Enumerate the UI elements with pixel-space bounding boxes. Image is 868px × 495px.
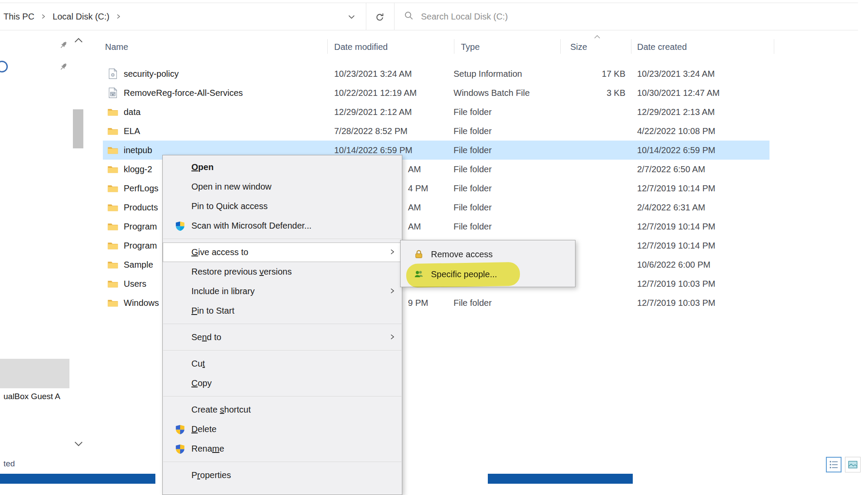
chevron-right-icon (389, 286, 396, 296)
column-header-type[interactable]: Type (461, 42, 480, 52)
menu-item-label: Restore previous versions (191, 267, 292, 277)
file-date-modified: 7/28/2022 8:52 PM (329, 126, 454, 136)
file-name: klogg-2 (124, 164, 152, 174)
file-type: File folder (454, 164, 560, 174)
context-menu-item-properties[interactable]: Properties (163, 465, 402, 485)
context-menu-item-open-in-new-window[interactable]: Open in new window (163, 177, 402, 197)
setup-file-icon (107, 68, 118, 79)
column-header-date-created[interactable]: Date created (637, 42, 687, 52)
search-icon (404, 10, 414, 23)
column-divider[interactable] (327, 39, 328, 54)
pin-icon[interactable] (58, 62, 69, 74)
file-row[interactable]: security-policy10/23/2021 3:24 AMSetup I… (103, 64, 769, 83)
uac-shield-icon (175, 424, 185, 435)
divider (394, 3, 395, 30)
address-dropdown-chevron-icon[interactable] (347, 13, 356, 21)
menu-separator (163, 462, 401, 462)
context-menu-item-cut[interactable]: Cut (163, 354, 402, 374)
menu-item-label: Pin to Start (191, 306, 234, 316)
file-date-created: 2/4/2022 6:31 AM (631, 203, 769, 213)
search-input[interactable] (421, 12, 812, 22)
column-divider[interactable] (774, 39, 774, 54)
defender-shield-icon (175, 221, 185, 231)
menu-separator (163, 396, 401, 397)
search-box (404, 3, 855, 30)
file-date-created: 10/14/2022 6:59 PM (631, 145, 769, 155)
file-row[interactable]: data12/29/2021 2:12 AMFile folder12/29/2… (103, 102, 769, 121)
status-bar-text: ted (3, 459, 15, 469)
file-date-modified: 10/22/2021 12:19 AM (329, 88, 454, 98)
file-date-modified: 10/23/2021 3:24 AM (329, 69, 454, 79)
folder-icon (107, 125, 118, 137)
file-date-created: 12/29/2021 2:13 AM (631, 107, 769, 117)
file-name: data (124, 107, 141, 117)
sort-ascending-chevron-icon[interactable] (594, 33, 601, 41)
refresh-icon[interactable] (373, 11, 386, 24)
folder-icon (107, 297, 118, 308)
file-name: ELA (124, 126, 140, 136)
menu-separator (163, 239, 401, 239)
file-type: File folder (454, 145, 560, 155)
menu-item-label: Open (191, 162, 214, 172)
address-bar: This PC Local Disk (C:) (0, 3, 858, 30)
file-date-created: 2/7/2022 6:50 AM (631, 164, 769, 174)
folder-icon (107, 202, 118, 213)
context-menu-item-give-access-to[interactable]: Give access to (163, 243, 402, 262)
chevron-right-icon[interactable] (40, 13, 46, 20)
file-row[interactable]: RemoveReg-force-All-Services10/22/2021 1… (103, 83, 769, 102)
file-name: Products (124, 203, 158, 213)
scrollbar-thumb[interactable] (73, 109, 83, 148)
file-row[interactable]: ELA7/28/2022 8:52 PMFile folder4/22/2022… (103, 121, 769, 141)
column-divider[interactable] (454, 39, 454, 54)
context-menu-item-create-shortcut[interactable]: Create shortcut (163, 400, 402, 420)
column-header-date-modified[interactable]: Date modified (334, 42, 388, 52)
column-header-size[interactable]: Size (570, 42, 587, 52)
menu-item-label: Include in library (191, 286, 255, 296)
breadcrumb-this-pc[interactable]: This PC (3, 12, 34, 22)
context-menu-item-send-to[interactable]: Send to (163, 328, 402, 347)
details-view-button[interactable] (826, 457, 842, 472)
scrollbar-down-arrow[interactable] (74, 441, 83, 449)
file-type: File folder (454, 298, 560, 308)
context-menu-item-scan-with-microsoft-defender[interactable]: Scan with Microsoft Defender... (163, 216, 402, 236)
file-name: Program (124, 222, 157, 232)
context-menu-item-pin-to-quick-access[interactable]: Pin to Quick access (163, 197, 402, 216)
folder-icon (107, 144, 118, 156)
context-menu-item-delete[interactable]: Delete (163, 420, 402, 439)
folder-icon (107, 164, 118, 175)
nav-item-label[interactable]: ualBox Guest A (3, 392, 60, 401)
context-menu: OpenOpen in new windowPin to Quick acces… (162, 155, 402, 495)
submenu-item-specific-people[interactable]: Specific people... (401, 264, 575, 284)
file-date-created: 4/22/2022 10:08 PM (631, 126, 769, 136)
column-divider[interactable] (560, 39, 561, 54)
file-name: inetpub (124, 145, 152, 155)
context-menu-item-copy[interactable]: Copy (163, 374, 402, 393)
context-menu-item-restore-previous-versions[interactable]: Restore previous versions (163, 262, 402, 282)
context-menu-item-pin-to-start[interactable]: Pin to Start (163, 301, 402, 321)
pin-icon[interactable] (58, 40, 69, 52)
column-divider[interactable] (631, 39, 631, 54)
menu-item-label: Rename (191, 444, 224, 454)
folder-icon (107, 278, 118, 289)
context-menu-item-rename[interactable]: Rename (163, 439, 402, 459)
menu-item-label: Remove access (431, 249, 493, 259)
drive-status-icon (0, 61, 8, 72)
context-menu-item-open[interactable]: Open (163, 157, 402, 177)
chevron-right-icon (389, 332, 396, 342)
chevron-right-icon[interactable] (115, 13, 122, 20)
thumbnails-view-button[interactable] (845, 457, 861, 472)
scrollbar-up-arrow[interactable] (74, 37, 83, 45)
breadcrumb-local-disk[interactable]: Local Disk (C:) (53, 12, 109, 22)
divider (366, 3, 366, 30)
folder-icon (107, 259, 118, 270)
file-name: Sample (124, 260, 153, 270)
submenu-item-remove-access[interactable]: Remove access (401, 244, 575, 264)
file-size: 3 KB (560, 88, 631, 98)
file-date-created: 12/7/2019 10:14 PM (631, 184, 769, 193)
folder-icon (107, 240, 118, 251)
menu-item-label: Create shortcut (191, 405, 251, 415)
context-menu-item-include-in-library[interactable]: Include in library (163, 282, 402, 301)
column-header-name[interactable]: Name (105, 42, 128, 52)
file-date-created: 12/7/2019 10:03 PM (631, 279, 769, 289)
file-type: File folder (454, 203, 560, 213)
